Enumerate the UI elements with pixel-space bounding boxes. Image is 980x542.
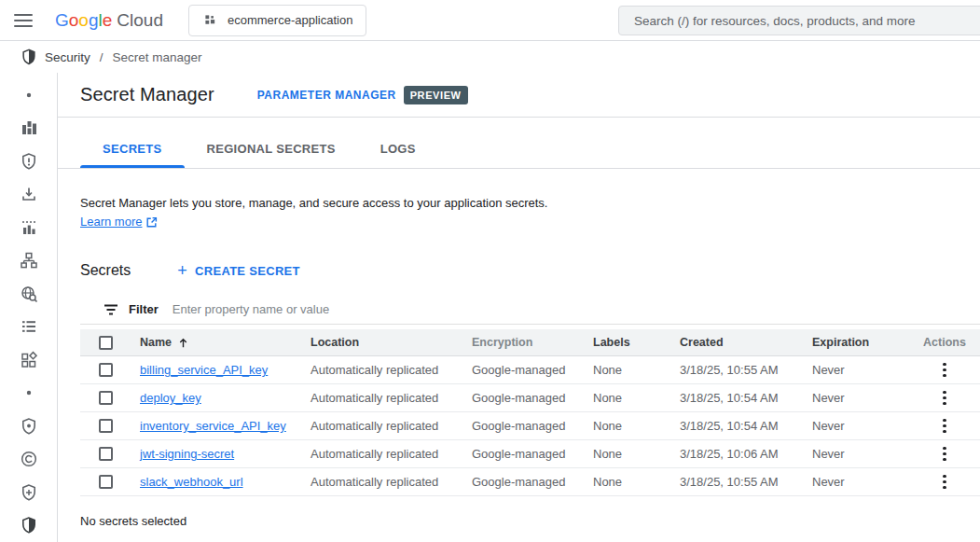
project-name: ecommerce-application xyxy=(228,13,352,27)
row-actions-menu-icon[interactable] xyxy=(933,443,956,466)
row-checkbox[interactable] xyxy=(99,419,113,433)
compliance-icon[interactable] xyxy=(7,443,51,477)
expiration-cell: Never xyxy=(812,391,909,405)
expiration-cell: Never xyxy=(812,419,909,433)
column-header-actions: Actions xyxy=(909,336,980,349)
tab-secrets[interactable]: SECRETS xyxy=(80,129,185,168)
selection-status: No secrets selected xyxy=(80,514,980,528)
shield-alert-icon[interactable] xyxy=(7,145,51,178)
main-content: Secret Manager PARAMETER MANAGER PREVIEW… xyxy=(58,73,980,542)
expiration-cell: Never xyxy=(812,363,909,377)
project-icon xyxy=(202,12,218,28)
row-actions-menu-icon[interactable] xyxy=(933,471,956,493)
labels-cell: None xyxy=(593,419,680,433)
created-cell: 3/18/25, 10:55 AM xyxy=(680,363,812,377)
column-header-expiration[interactable]: Expiration xyxy=(812,336,909,349)
secret-name-link[interactable]: slack_webhook_url xyxy=(140,475,243,489)
table-row: billing_service_API_key Automatically re… xyxy=(80,356,980,384)
row-actions-menu-icon[interactable] xyxy=(933,387,956,410)
parameter-manager-link[interactable]: PARAMETER MANAGER xyxy=(257,89,396,102)
select-all-checkbox[interactable] xyxy=(99,336,113,350)
created-cell: 3/18/25, 10:55 AM xyxy=(680,475,812,489)
column-header-name[interactable]: Name xyxy=(140,336,311,349)
encryption-cell: Google-managed xyxy=(472,391,593,405)
shield-dot-icon[interactable] xyxy=(7,410,51,443)
shield-plus-icon[interactable] xyxy=(7,476,51,509)
row-checkbox[interactable] xyxy=(99,391,113,405)
create-secret-label: CREATE SECRET xyxy=(195,264,300,278)
labels-cell: None xyxy=(593,363,680,377)
name-header-label: Name xyxy=(140,336,172,349)
filter-label: Filter xyxy=(129,302,159,316)
dashboard-icon[interactable] xyxy=(7,112,51,146)
row-actions-menu-icon[interactable] xyxy=(933,359,956,382)
search-input[interactable] xyxy=(619,7,980,35)
encryption-cell: Google-managed xyxy=(472,447,593,461)
learn-more-label: Learn more xyxy=(80,213,142,231)
learn-more-link[interactable]: Learn more xyxy=(80,213,158,231)
location-cell: Automatically replicated xyxy=(311,363,472,377)
column-header-encryption: Encryption xyxy=(472,336,593,349)
breadcrumb: Security / Secret manager xyxy=(0,41,980,73)
expiration-cell: Never xyxy=(812,475,909,489)
secret-name-link[interactable]: deploy_key xyxy=(140,391,201,405)
row-actions-menu-icon[interactable] xyxy=(933,415,956,438)
project-selector[interactable]: ecommerce-application xyxy=(188,5,366,36)
tab-logs[interactable]: LOGS xyxy=(358,129,438,168)
secret-name-link[interactable]: billing_service_API_key xyxy=(140,363,268,377)
expiration-cell: Never xyxy=(812,447,909,461)
row-checkbox[interactable] xyxy=(99,475,113,489)
secrets-table: Filter Name Location Encryption Labels C… xyxy=(80,295,980,496)
globe-search-icon[interactable] xyxy=(7,277,51,311)
column-header-created[interactable]: Created xyxy=(680,336,812,349)
breadcrumb-security[interactable]: Security xyxy=(45,50,90,64)
created-cell: 3/18/25, 10:06 AM xyxy=(680,447,812,461)
tray-icon[interactable] xyxy=(7,178,51,212)
table-row: slack_webhook_url Automatically replicat… xyxy=(80,468,980,496)
menu-icon[interactable] xyxy=(14,9,36,32)
row-checkbox[interactable] xyxy=(99,447,113,461)
sort-ascending-icon xyxy=(177,337,189,349)
description: Secret Manager lets you store, manage, a… xyxy=(80,194,677,231)
topology-icon[interactable] xyxy=(7,244,51,278)
column-header-location[interactable]: Location xyxy=(311,336,472,349)
table-row: deploy_key Automatically replicated Goog… xyxy=(80,384,980,412)
filter-input[interactable] xyxy=(173,295,980,324)
encryption-cell: Google-managed xyxy=(472,475,593,489)
breadcrumb-separator: / xyxy=(100,50,104,64)
location-cell: Automatically replicated xyxy=(311,419,472,433)
shield-half-icon[interactable] xyxy=(7,509,51,542)
breadcrumb-page: Secret manager xyxy=(113,50,202,64)
created-cell: 3/18/25, 10:54 AM xyxy=(680,391,812,405)
list-icon[interactable] xyxy=(7,311,51,344)
plus-icon: + xyxy=(177,262,187,279)
page-header: Secret Manager PARAMETER MANAGER PREVIEW xyxy=(58,73,980,117)
create-secret-button[interactable]: + CREATE SECRET xyxy=(177,262,300,279)
labels-cell: None xyxy=(593,475,680,489)
encryption-cell: Google-managed xyxy=(472,419,593,433)
column-header-labels[interactable]: Labels xyxy=(593,336,680,349)
dot-icon[interactable] xyxy=(7,377,51,410)
secret-name-link[interactable]: jwt-signing-secret xyxy=(140,447,234,461)
bar-chart-icon[interactable] xyxy=(7,211,51,244)
encryption-cell: Google-managed xyxy=(472,363,593,377)
secret-name-link[interactable]: inventory_service_API_key xyxy=(140,419,286,433)
logo-cloud-text: Cloud xyxy=(117,10,163,31)
components-icon[interactable] xyxy=(7,343,51,377)
sidebar-rail xyxy=(0,73,58,542)
row-checkbox[interactable] xyxy=(99,363,113,377)
location-cell: Automatically replicated xyxy=(311,475,472,489)
table-row: jwt-signing-secret Automatically replica… xyxy=(80,440,980,468)
google-logo-letters: Google xyxy=(55,10,112,31)
table-row: inventory_service_API_key Automatically … xyxy=(80,412,980,440)
table-body: billing_service_API_key Automatically re… xyxy=(80,356,980,496)
google-cloud-logo[interactable]: Google Cloud xyxy=(55,10,163,31)
page-title: Secret Manager xyxy=(80,84,214,105)
created-cell: 3/18/25, 10:54 AM xyxy=(680,419,812,433)
dot-icon[interactable] xyxy=(7,78,51,112)
tab-bar: SECRETS REGIONAL SECRETS LOGS xyxy=(58,117,980,169)
tab-regional-secrets[interactable]: REGIONAL SECRETS xyxy=(185,129,358,168)
search-box xyxy=(618,6,980,35)
location-cell: Automatically replicated xyxy=(311,391,472,405)
external-link-icon xyxy=(145,216,158,229)
